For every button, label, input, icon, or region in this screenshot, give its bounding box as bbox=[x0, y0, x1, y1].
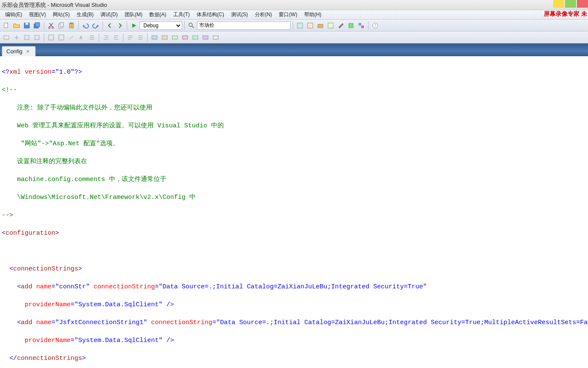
tb2-icon[interactable] bbox=[57, 33, 66, 42]
tab-config[interactable]: Config × bbox=[2, 46, 36, 56]
separator bbox=[123, 33, 123, 42]
svg-rect-29 bbox=[172, 36, 177, 39]
screen-recorder-watermark: 屏幕录像专家 未 bbox=[544, 10, 587, 18]
close-button[interactable] bbox=[577, 0, 588, 8]
menu-data[interactable]: 数据(A) bbox=[146, 10, 170, 19]
svg-rect-17 bbox=[359, 23, 361, 26]
svg-text:?: ? bbox=[374, 23, 376, 28]
menu-build[interactable]: 生成(B) bbox=[73, 10, 97, 19]
svg-rect-2 bbox=[26, 23, 28, 25]
tb2-icon[interactable] bbox=[201, 33, 210, 42]
open-folder-icon[interactable] bbox=[12, 21, 21, 30]
start-debug-icon[interactable] bbox=[129, 21, 139, 30]
svg-rect-31 bbox=[193, 36, 198, 39]
extension-icon[interactable] bbox=[346, 21, 356, 30]
windows-icon[interactable] bbox=[357, 21, 366, 30]
svg-rect-23 bbox=[35, 35, 39, 40]
undo-icon[interactable] bbox=[81, 21, 90, 30]
tb2-icon[interactable] bbox=[211, 33, 220, 42]
separator bbox=[44, 33, 44, 42]
svg-rect-33 bbox=[213, 36, 218, 39]
menu-window[interactable]: 窗口(W) bbox=[275, 10, 300, 19]
uncomment-icon[interactable] bbox=[136, 33, 145, 42]
tb2-icon[interactable] bbox=[67, 33, 76, 42]
toolbox-icon[interactable] bbox=[316, 21, 325, 30]
maximize-button[interactable] bbox=[565, 0, 576, 8]
new-file-icon[interactable] bbox=[2, 21, 11, 30]
minimize-button[interactable] bbox=[553, 0, 564, 8]
menu-analyze[interactable]: 分析(N) bbox=[251, 10, 276, 19]
code-editor[interactable]: <?xml version="1.0"?> <!-- 注意: 除了手动编辑此文件… bbox=[0, 56, 588, 368]
document-tabs: Config × bbox=[0, 43, 588, 56]
tb2-icon[interactable]: A bbox=[77, 33, 86, 42]
svg-rect-13 bbox=[308, 23, 313, 28]
svg-rect-4 bbox=[35, 23, 40, 27]
titlebar: 乐部会员管理系统 - Microsoft Visual Studio bbox=[0, 0, 588, 10]
menu-tools[interactable]: 工具(T) bbox=[170, 10, 193, 19]
nav-fwd-icon[interactable] bbox=[115, 21, 125, 30]
window-title: 乐部会员管理系统 - Microsoft Visual Studio bbox=[2, 1, 107, 9]
main-toolbar: Debug ? bbox=[0, 20, 588, 32]
separator bbox=[99, 33, 99, 42]
nav-back-icon[interactable] bbox=[105, 21, 114, 30]
menu-team[interactable]: 团队(M) bbox=[121, 10, 146, 19]
tools-icon[interactable] bbox=[336, 21, 345, 30]
separator bbox=[103, 21, 103, 30]
class-view-icon[interactable] bbox=[326, 21, 335, 30]
menu-test[interactable]: 测试(S) bbox=[228, 10, 251, 19]
help-icon[interactable]: ? bbox=[371, 21, 380, 30]
solution-explorer-icon[interactable] bbox=[295, 21, 305, 30]
separator bbox=[127, 21, 127, 30]
tb2-icon[interactable] bbox=[170, 33, 180, 42]
tb2-icon[interactable] bbox=[191, 33, 200, 42]
svg-rect-30 bbox=[183, 36, 188, 39]
svg-rect-18 bbox=[361, 26, 364, 28]
tb2-icon[interactable] bbox=[160, 33, 169, 42]
find-combo[interactable] bbox=[197, 21, 291, 30]
save-all-icon[interactable] bbox=[32, 21, 42, 30]
tb2-icon[interactable] bbox=[150, 33, 159, 42]
tb2-icon[interactable] bbox=[180, 33, 190, 42]
close-icon[interactable]: × bbox=[25, 49, 31, 55]
svg-rect-15 bbox=[328, 23, 333, 28]
tb2-icon[interactable] bbox=[22, 33, 31, 42]
indent-icon[interactable] bbox=[101, 33, 111, 42]
comment-icon[interactable] bbox=[126, 33, 135, 42]
menu-website[interactable]: 网站(S) bbox=[49, 10, 73, 19]
tb2-icon[interactable] bbox=[32, 33, 42, 42]
config-combo[interactable]: Debug bbox=[140, 21, 182, 30]
cut-icon[interactable] bbox=[46, 21, 56, 30]
outdent-icon[interactable] bbox=[111, 33, 121, 42]
svg-rect-24 bbox=[49, 35, 54, 40]
separator bbox=[147, 33, 148, 42]
find-icon[interactable] bbox=[187, 21, 196, 30]
tb2-icon[interactable] bbox=[2, 33, 11, 42]
menu-architecture[interactable]: 体系结构(C) bbox=[193, 10, 228, 19]
tb2-icon[interactable] bbox=[12, 33, 21, 42]
svg-rect-10 bbox=[70, 23, 73, 24]
copy-icon[interactable] bbox=[57, 21, 66, 30]
svg-rect-16 bbox=[349, 23, 353, 28]
svg-rect-25 bbox=[59, 35, 64, 40]
redo-icon[interactable] bbox=[91, 21, 100, 30]
window-controls bbox=[552, 0, 588, 8]
svg-rect-12 bbox=[297, 23, 303, 28]
tb2-icon[interactable] bbox=[46, 33, 56, 42]
svg-rect-28 bbox=[162, 36, 167, 39]
save-icon[interactable] bbox=[22, 21, 31, 30]
menubar: 编辑(E) 视图(V) 网站(S) 生成(B) 调试(D) 团队(M) 数据(A… bbox=[0, 10, 588, 20]
svg-rect-14 bbox=[318, 24, 323, 28]
tb2-icon[interactable] bbox=[87, 33, 97, 42]
paste-icon[interactable] bbox=[67, 21, 76, 30]
menu-edit[interactable]: 编辑(E) bbox=[2, 10, 26, 19]
properties-icon[interactable] bbox=[305, 21, 315, 30]
svg-text:A: A bbox=[80, 35, 83, 40]
svg-rect-32 bbox=[203, 36, 208, 39]
menu-debug[interactable]: 调试(D) bbox=[97, 10, 121, 19]
secondary-toolbar: A bbox=[0, 32, 588, 43]
separator bbox=[293, 21, 293, 30]
menu-help[interactable]: 帮助(H) bbox=[301, 10, 325, 19]
svg-rect-27 bbox=[152, 36, 157, 39]
menu-view[interactable]: 视图(V) bbox=[26, 10, 49, 19]
svg-rect-8 bbox=[60, 23, 63, 27]
